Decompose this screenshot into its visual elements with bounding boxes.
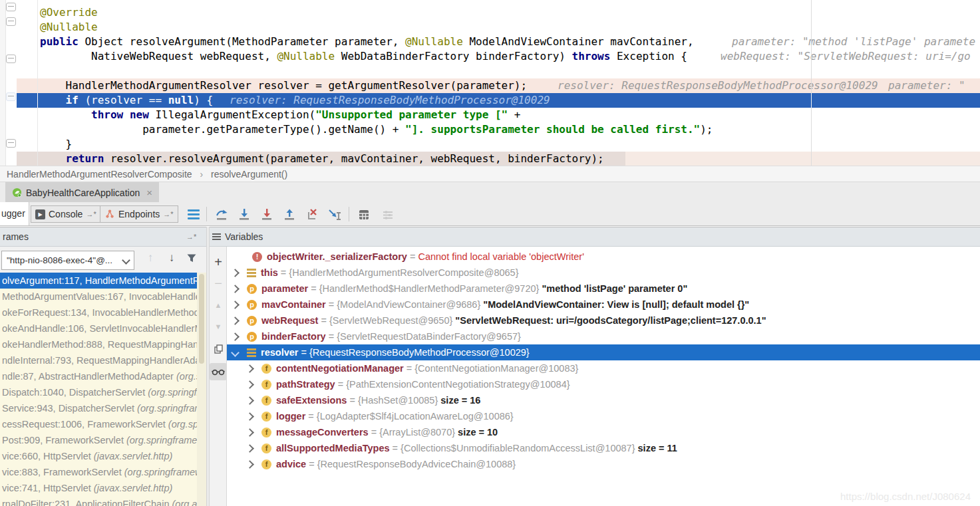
stack-frame[interactable]: ndle:87, AbstractHandlerMethodAdapter (o… [0, 368, 197, 384]
chevron-right-icon[interactable] [231, 316, 240, 325]
stack-frame[interactable]: vice:741, HttpServlet (javax.servlet.htt… [0, 480, 197, 496]
code-line[interactable]: NativeWebRequest webRequest, @Nullable W… [17, 49, 980, 64]
stack-frame[interactable]: Post:909, FrameworkServlet (org.springfr… [0, 432, 197, 448]
pin-icon[interactable]: →* [186, 227, 196, 246]
code-editor[interactable]: @Override@Nullablepublic Object resolveA… [0, 0, 980, 166]
stack-frame[interactable]: rnalDoFilter:231, ApplicationFilterChain… [0, 496, 197, 506]
force-step-into-button[interactable] [258, 206, 275, 223]
stack-frame[interactable]: okeAndHandle:106, ServletInvocableHandle… [0, 320, 197, 336]
run-config-tab[interactable]: BabyHealthCareApplication × [5, 182, 159, 203]
code-line[interactable]: throw new IllegalArgumentException("Unsu… [17, 108, 980, 122]
chevron-right-icon[interactable] [231, 332, 240, 341]
frames-list[interactable]: olveArgument:117, HandlerMethodArgumentR… [0, 273, 197, 506]
frames-scrollbar[interactable] [197, 273, 206, 506]
chevron-right-icon[interactable] [245, 396, 254, 405]
pin-icon: →* [163, 210, 173, 218]
stack-frame[interactable]: Service:943, DispatcherServlet (org.spri… [0, 400, 197, 416]
chevron-right-icon[interactable] [245, 412, 254, 421]
stack-frame[interactable]: okeHandlerMethod:888, RequestMappingHan [0, 336, 197, 352]
variable-row[interactable]: resolver = {RequestResponseBodyMethodPro… [227, 344, 980, 360]
param-variable-icon: p [247, 284, 257, 294]
code-line[interactable]: if (resolver == null) {resolver: Request… [17, 93, 980, 108]
variables-menu-icon[interactable] [212, 233, 221, 241]
fold-marker-icon[interactable] [6, 55, 16, 63]
code-line[interactable]: } [17, 137, 980, 152]
fold-marker-icon[interactable] [6, 139, 16, 148]
variable-row[interactable]: pbinderFactory = {ServletRequestDataBind… [227, 328, 980, 344]
run-to-cursor-button[interactable] [326, 206, 343, 223]
breadcrumb-class[interactable]: HandlerMethodArgumentResolverComposite [7, 169, 192, 180]
copy-icon[interactable] [210, 340, 227, 358]
filter-icon[interactable] [184, 250, 200, 266]
code-line[interactable]: HandlerMethodArgumentResolver resolver =… [17, 78, 980, 93]
ide-debug-screen: @Override@Nullablepublic Object resolveA… [0, 0, 980, 506]
variable-row[interactable]: fcontentNegotiationManager = {ContentNeg… [227, 360, 980, 376]
chevron-right-icon[interactable] [231, 301, 240, 309]
code-line[interactable]: @Nullable [17, 20, 980, 35]
chevron-right-icon[interactable] [245, 428, 254, 437]
stack-frame[interactable]: cessRequest:1006, FrameworkServlet (org.… [0, 416, 197, 432]
variable-row[interactable]: pparameter = {HandlerMethod$HandlerMetho… [227, 281, 980, 297]
stack-frame[interactable]: ndleInternal:793, RequestMappingHandlerA… [0, 352, 197, 368]
variable-row[interactable]: flogger = {LogAdapter$Slf4jLocationAware… [227, 408, 980, 424]
frame-down-button[interactable]: ↓ [164, 250, 180, 266]
step-into-button[interactable] [236, 206, 253, 223]
fold-marker-icon[interactable] [6, 17, 16, 26]
drop-frame-button[interactable] [303, 206, 321, 223]
frame-up-button[interactable]: ↑ [142, 250, 158, 266]
stack-frame[interactable]: Dispatch:1040, DispatcherServlet (org.sp… [0, 384, 197, 400]
move-up-icon[interactable]: ▲ [210, 297, 227, 314]
variable-row[interactable]: fmessageConverters = {ArrayList@8070} si… [227, 424, 980, 440]
fold-marker-icon[interactable] [6, 92, 16, 101]
chevron-right-icon[interactable] [245, 444, 254, 453]
code-line[interactable]: return resolver.resolveArgument(paramete… [17, 152, 980, 166]
remove-watch-icon[interactable]: − [210, 275, 227, 292]
inline-debugger-hint: parameter: " [888, 78, 965, 93]
variable-row[interactable]: pmavContainer = {ModelAndViewContainer@9… [227, 297, 980, 313]
hamburger-menu-icon[interactable] [188, 209, 200, 221]
fold-marker-icon[interactable] [6, 3, 16, 11]
chevron-down-icon[interactable] [231, 348, 240, 357]
stack-frame[interactable]: MethodArgumentValues:167, InvocableHandl… [0, 289, 197, 305]
chevron-right-icon[interactable] [245, 460, 254, 469]
panel-splitter[interactable] [206, 227, 210, 506]
stack-frame[interactable]: vice:660, HttpServlet (javax.servlet.htt… [0, 448, 197, 464]
move-down-icon[interactable]: ▼ [210, 318, 227, 335]
variable-row[interactable]: fallSupportedMediaTypes = {Collections$U… [227, 440, 980, 456]
stack-frame[interactable]: olveArgument:117, HandlerMethodArgumentR [0, 273, 197, 289]
step-out-button[interactable] [281, 206, 298, 223]
tab-console[interactable]: ▶ Console →* [31, 205, 101, 223]
step-over-button[interactable] [213, 206, 230, 223]
chevron-right-icon[interactable] [231, 269, 240, 277]
show-watches-glasses-icon[interactable] [210, 363, 227, 380]
add-watch-icon[interactable]: + [210, 253, 227, 271]
field-variable-icon: f [261, 364, 271, 374]
code-line[interactable]: @Override [17, 5, 980, 20]
variable-row[interactable]: this = {HandlerMethodArgumentResolverCom… [227, 265, 980, 281]
tab-debugger[interactable]: ugger [0, 202, 29, 225]
variable-row[interactable]: pwebRequest = {ServletWebRequest@9650} "… [227, 313, 980, 328]
debugger-toolbar: ugger ▶ Console →* Endpoints →* [0, 202, 980, 226]
chevron-right-icon[interactable] [245, 380, 254, 389]
variable-row[interactable]: !objectWriter._serializerFactory = Canno… [227, 249, 980, 265]
scrollbar-thumb[interactable] [199, 274, 204, 364]
variable-row[interactable]: fsafeExtensions = {HashSet@10085} size =… [227, 392, 980, 408]
stack-frame[interactable]: vice:883, FrameworkServlet (org.springfr… [0, 464, 197, 480]
variable-row[interactable]: fpathStrategy = {PathExtensionContentNeg… [227, 376, 980, 392]
breadcrumb-method[interactable]: resolveArgument() [211, 169, 287, 180]
tab-endpoints[interactable]: Endpoints →* [100, 205, 178, 223]
variables-tree[interactable]: !objectWriter._serializerFactory = Canno… [227, 249, 980, 472]
value-variable-icon [247, 269, 256, 277]
right-margin-guide [811, 0, 812, 166]
evaluate-expression-icon[interactable] [355, 206, 373, 223]
code-line[interactable]: public Object resolveArgument(MethodPara… [17, 35, 980, 49]
chevron-right-icon[interactable] [245, 364, 254, 373]
code-line[interactable]: parameter.getParameterType().getName() +… [17, 122, 980, 137]
chevron-right-icon[interactable] [231, 285, 240, 293]
close-icon[interactable]: × [146, 187, 152, 198]
variable-row[interactable]: fadvice = {RequestResponseBodyAdviceChai… [227, 456, 980, 472]
thread-selector[interactable]: "http-nio-8086-exec-4"@... [1, 251, 134, 270]
layout-settings-icon[interactable] [379, 206, 397, 223]
inline-debugger-hint: parameter: "method 'listPage' paramete [732, 35, 975, 49]
stack-frame[interactable]: okeForRequest:134, InvocableHandlerMetho… [0, 305, 197, 320]
